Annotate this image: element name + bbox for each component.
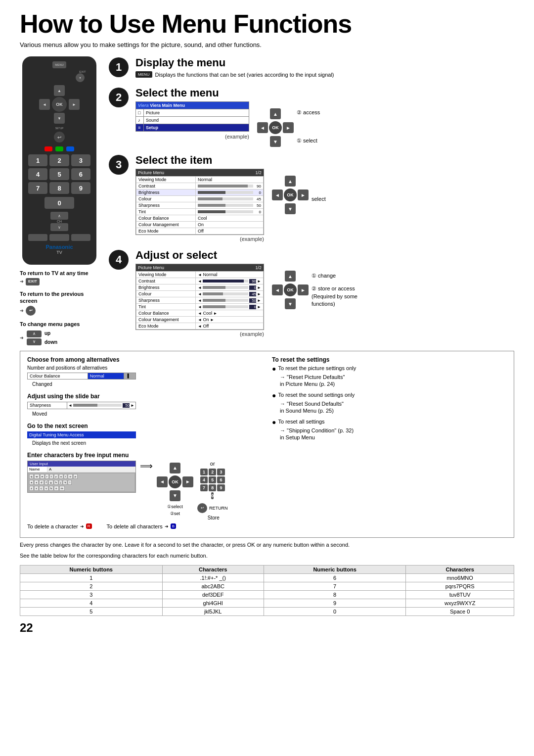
number-grid: 1 2 3 4 5 6 7 8 9: [28, 154, 90, 194]
picture-menu-step3: Picture Menu 1/2 Viewing Mode Normal Con…: [135, 169, 264, 235]
step3-nav-up[interactable]: ▲: [285, 176, 296, 187]
menu-label: MENU: [55, 63, 64, 66]
exit-mini-button[interactable]: EXIT: [26, 278, 40, 285]
misc-btn-3[interactable]: [71, 234, 90, 241]
blue-button[interactable]: [66, 146, 74, 151]
num-8-button[interactable]: 8: [49, 182, 69, 194]
fi-nav-up[interactable]: ▲: [170, 463, 180, 473]
down-label: down: [44, 339, 57, 346]
fi-num2[interactable]: 2: [209, 469, 216, 475]
b-button[interactable]: B: [171, 523, 176, 529]
setup-label: SETUP: [55, 127, 64, 130]
ui-label: Name: [28, 467, 47, 472]
char-val-3-b: tuv8TUV: [406, 590, 514, 599]
char-table-body: 1 .1!:#+-* _() 6 mno6MNO 2 abc2ABC 7 pqr…: [20, 573, 514, 615]
nav-right-button[interactable]: ►: [69, 99, 80, 110]
fi-num0[interactable]: 0: [211, 492, 214, 499]
page-down-button[interactable]: ∨: [27, 338, 42, 345]
step-4-nav-labels: ① change ② store or access(Required by s…: [312, 273, 357, 308]
num-7-button[interactable]: 7: [28, 182, 47, 194]
num-4-button[interactable]: 4: [28, 168, 47, 180]
nav-up-button[interactable]: ▲: [54, 85, 65, 96]
fi-num5[interactable]: 5: [209, 476, 216, 483]
step3-ok[interactable]: OK: [284, 189, 297, 201]
fi-nav-right[interactable]: ►: [182, 476, 193, 487]
step3-nav-left[interactable]: ◄: [272, 189, 283, 200]
step2-nav-down[interactable]: ▼: [270, 136, 281, 147]
r-button[interactable]: R: [86, 523, 92, 529]
char-val-4-b: wxyz9WXYZ: [406, 599, 514, 607]
fi-return-btn[interactable]: ↩: [197, 503, 207, 513]
return-prev-label: To return to the previous screen ➜ ↩: [20, 290, 99, 316]
step-3-select-label: select: [312, 196, 326, 202]
num-6-button[interactable]: 6: [71, 168, 90, 180]
fi-num-grid: 1 2 3 4 5 6 7 8 9: [200, 469, 225, 491]
menu-button[interactable]: MENU: [52, 61, 66, 68]
fi-num8[interactable]: 8: [209, 484, 216, 491]
cb-row: Colour Balance Normal ▐: [28, 373, 136, 379]
step-4-title: Adjust or select: [135, 249, 514, 262]
pt-row-cb: Colour Balance Cool: [136, 215, 264, 222]
s4-label-colour: Colour: [136, 291, 196, 297]
green-button[interactable]: [55, 146, 63, 151]
fi-ok[interactable]: OK: [169, 475, 181, 488]
s4-val-tint: ◄ 0 ►: [196, 304, 264, 310]
fi-num1[interactable]: 1: [200, 469, 208, 475]
page-up-button[interactable]: ∧: [27, 331, 42, 337]
fi-nav-down[interactable]: ▼: [170, 490, 180, 501]
reset-picture-item: ● To reset the picture settings only: [272, 365, 507, 372]
fi-num4[interactable]: 4: [200, 476, 208, 483]
exit-button[interactable]: ●: [76, 73, 85, 82]
step4-nav-left[interactable]: ◄: [272, 284, 283, 295]
num-2-button[interactable]: 2: [49, 154, 69, 166]
picture-icon: □: [136, 109, 144, 117]
kb-n: n: [54, 486, 58, 491]
ch-down-button[interactable]: ∨: [50, 223, 68, 231]
num-5-button[interactable]: 5: [49, 168, 69, 180]
misc-btn-2[interactable]: [49, 234, 69, 241]
keyboard-area: q w e r t y u i o p: [28, 472, 135, 492]
step4-nav-right[interactable]: ►: [298, 284, 309, 295]
nav-down-button[interactable]: ▼: [54, 113, 65, 124]
step3-nav-right[interactable]: ►: [298, 189, 309, 200]
misc-btn-1[interactable]: [28, 234, 47, 241]
num-3-button[interactable]: 3: [71, 154, 90, 166]
up-down-labels: up down: [44, 330, 57, 346]
step2-nav-right[interactable]: ►: [283, 122, 294, 133]
num-0-button[interactable]: 0: [44, 197, 74, 209]
nav-arrows-step4: ▲ ◄ OK ► ▼: [272, 271, 309, 309]
fi-num7[interactable]: 7: [200, 484, 208, 491]
step-1-title: Display the menu: [135, 56, 514, 69]
step2-nav-left[interactable]: ◄: [257, 122, 268, 133]
ch-up-button[interactable]: ∧: [50, 212, 68, 220]
red-button[interactable]: [44, 146, 52, 151]
pt-page-step4: 1/2: [255, 265, 262, 270]
nav-left-button[interactable]: ◄: [39, 99, 50, 110]
col-numeric-2: Numeric buttons: [264, 565, 406, 573]
step2-ok[interactable]: OK: [269, 121, 282, 134]
setup-button[interactable]: ↩: [54, 132, 65, 142]
ok-button[interactable]: OK: [52, 97, 67, 112]
fi-nav-left[interactable]: ◄: [157, 476, 168, 487]
num-9-button[interactable]: 9: [71, 182, 90, 194]
fi-num6[interactable]: 6: [217, 476, 224, 483]
reset-all-arrow: → "Shipping Condition" (p. 32): [280, 427, 507, 433]
char-val-3-a: def3DEF: [162, 590, 264, 599]
step3-nav-down[interactable]: ▼: [285, 203, 296, 214]
char-val-4-a: ghi4GHI: [162, 599, 264, 607]
step4-nav-down[interactable]: ▼: [285, 298, 296, 309]
fi-num9[interactable]: 9: [217, 484, 224, 491]
pt-label-cm: Colour Management: [136, 222, 196, 228]
num-1-button[interactable]: 1: [28, 154, 47, 166]
pt-row-contrast: Contrast 90: [136, 183, 264, 189]
step4-nav-up[interactable]: ▲: [285, 271, 296, 282]
colour-balance-table: Colour Balance Normal ▐: [27, 373, 136, 379]
reset-all-sub: in Setup Menu: [280, 434, 507, 440]
char-val-1-b: mno6MNO: [406, 573, 514, 582]
fi-num3[interactable]: 3: [217, 469, 224, 475]
return-mini-button[interactable]: ↩: [26, 306, 36, 316]
delete-all-label: To delete all characters: [107, 523, 163, 529]
step2-nav-up[interactable]: ▲: [270, 108, 281, 119]
step4-ok[interactable]: OK: [284, 284, 297, 296]
char-num-2-b: 7: [264, 582, 406, 590]
